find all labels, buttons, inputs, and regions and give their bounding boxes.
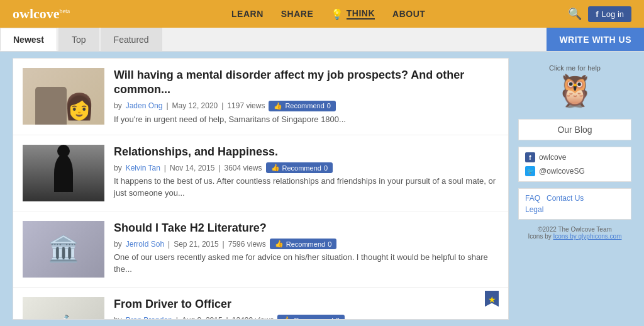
footer-links: FAQ Contact Us Legal [518,188,631,220]
article-body: ★ From Driver to Officer by Bran Brandon… [114,297,499,320]
tab-top[interactable]: Top [58,28,99,51]
article-title[interactable]: Will having a mental disorder affect my … [114,68,499,98]
fb-recommend-count: 2 [336,317,340,320]
contact-link[interactable]: Contact Us [547,194,584,203]
article-author[interactable]: Jerrold Soh [126,240,164,249]
nav-about[interactable]: About [392,9,425,19]
article-meta: by Jerrold Soh | Sep 21, 2015 | 7596 vie… [114,239,499,249]
article-meta: by Bran Brandon | Aug 8, 2015 | 12499 vi… [114,315,499,320]
thumb-up-icon: 👍 [275,240,284,248]
separator: | [168,240,170,249]
login-button[interactable]: f Log in [588,6,631,22]
fb-recommend-count: 0 [328,240,331,248]
glyphicons-link[interactable]: Icons by glyphicons.com [553,233,622,240]
article-date: Sep 21, 2015 [174,240,218,249]
by-label: by [114,316,122,320]
fb-recommend-count: 0 [324,164,328,172]
write-with-us-button[interactable]: WRITE WITH US [547,28,644,51]
link-row-2: Legal [525,205,625,214]
article-body: Should I Take H2 Literature? by Jerrold … [114,221,499,275]
article-thumbnail: 🔬 [23,297,104,320]
fb-recommend-button[interactable]: 👍 Recommend 2 [277,315,344,320]
fb-recommend-button[interactable]: 👍 Recommend 0 [269,101,335,111]
header-right: 🔍 f Log in [568,6,631,22]
twitter-link[interactable]: 🐦 @owlcoveSG [525,166,625,176]
separator: | [176,316,178,320]
search-icon[interactable]: 🔍 [568,7,582,21]
by-label: by [114,101,122,110]
article-views: 3604 views [224,164,262,172]
sidebar: Click me for help 🦉 Our Blog f owlcove 🐦… [518,58,631,320]
silhouette-decoration [54,154,73,192]
main-content: Will having a mental disorder affect my … [0,52,644,326]
table-row: 🏛️ Should I Take H2 Literature? by Jerro… [13,211,508,288]
fb-recommend-label: Recommend [282,164,321,172]
thumb-inner: 🔬 [23,297,104,320]
tabs-row: Newest Top Featured WRITE WITH US [0,28,644,52]
icons-credit: Icons by Icons by glyphicons.com [518,233,631,240]
article-body: Relationships, and Happiness. by Kelvin … [114,145,499,199]
article-thumbnail: 🏛️ [23,221,104,278]
fb-recommend-label: Recommend [294,317,333,320]
logo-text: owlcove [13,6,60,21]
thumb-up-icon: 👍 [282,316,291,320]
article-views: 12499 views [232,316,274,320]
article-excerpt: One of our users recently asked me for a… [114,252,499,274]
fb-recommend-button[interactable]: 👍 Recommend 0 [270,239,336,249]
article-excerpt: If you're in urgent need of help, Samari… [114,114,499,125]
main-nav: Learn Share 💡 Think About [89,8,568,20]
separator2: | [218,164,220,172]
fb-recommend-button[interactable]: 👍 Recommend 0 [266,162,333,173]
thumb-up-icon: 👍 [271,164,280,172]
sidebar-footer: ©2022 The Owlcove Team Icons by Icons by… [518,226,631,240]
article-title[interactable]: Relationships, and Happiness. [114,145,499,159]
header: owlcovebeta Learn Share 💡 Think About 🔍 … [0,0,644,28]
article-author[interactable]: Bran Brandon [126,316,172,320]
login-label: Log in [602,9,624,19]
article-date: Nov 14, 2015 [170,164,214,172]
copyright-text: ©2022 The Owlcove Team [518,226,631,233]
legal-link[interactable]: Legal [525,205,543,214]
nav-learn[interactable]: Learn [231,9,264,19]
tab-newest[interactable]: Newest [0,28,57,51]
separator2: | [221,101,223,110]
think-icon: 💡 [331,8,344,20]
table-row: 🔬 ★ From Driver to Officer by Bran Brand… [13,288,508,320]
thumb-inner [23,145,104,201]
tab-featured[interactable]: Featured [101,28,162,51]
article-title[interactable]: From Driver to Officer [114,297,499,312]
owl-icon: 🦉 [555,75,594,106]
table-row: Will having a mental disorder affect my … [13,59,508,135]
separator: | [164,164,166,172]
article-thumbnail [23,145,104,201]
article-date: May 12, 2020 [172,101,218,110]
thumb-inner: 🏛️ [23,221,104,278]
owl-help-text: Click me for help [549,64,601,72]
separator: | [166,101,168,110]
owl-helper[interactable]: Click me for help 🦉 [518,58,631,113]
by-label: by [114,164,122,172]
article-excerpt: It happens to the best of us. After coun… [114,176,499,198]
faq-link[interactable]: FAQ [525,194,540,203]
our-blog-button[interactable]: Our Blog [518,119,631,140]
logo[interactable]: owlcovebeta [13,6,70,22]
article-title[interactable]: Should I Take H2 Literature? [114,221,499,235]
article-author[interactable]: Kelvin Tan [126,164,160,172]
articles-list: Will having a mental disorder affect my … [13,58,509,320]
fb-recommend-label: Recommend [285,102,324,110]
fb-recommend-label: Recommend [286,240,325,248]
nav-share[interactable]: Share [281,9,314,19]
facebook-icon: f [525,152,535,162]
facebook-handle: owlcove [539,153,566,162]
separator2: | [226,316,228,320]
twitter-handle: @owlcoveSG [539,167,585,176]
facebook-link[interactable]: f owlcove [525,152,625,162]
article-thumbnail [23,68,104,125]
fb-recommend-count: 0 [327,102,331,110]
article-date: Aug 8, 2015 [182,316,223,320]
thumb-up-icon: 👍 [274,102,282,110]
article-meta: by Jaden Ong | May 12, 2020 | 1197 views… [114,101,499,111]
social-links: f owlcove 🐦 @owlcoveSG [518,147,631,182]
nav-think[interactable]: 💡 Think [331,8,375,20]
article-author[interactable]: Jaden Ong [126,101,163,110]
